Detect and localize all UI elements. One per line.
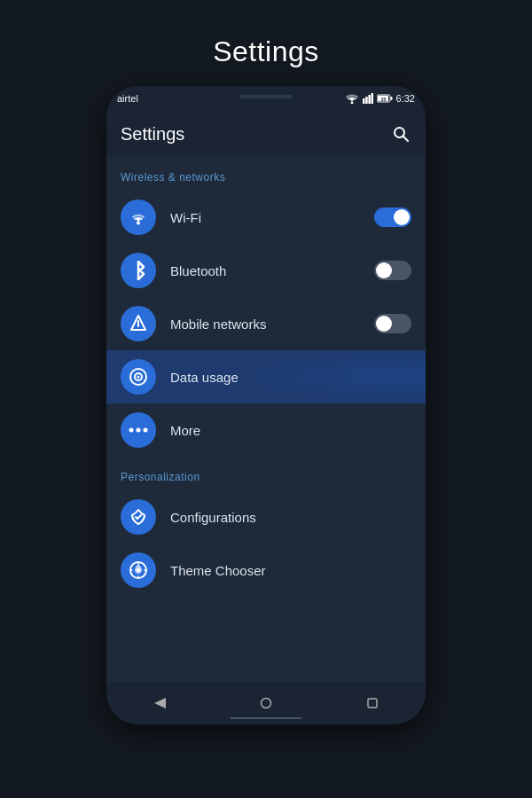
config-icon-wrap [121, 499, 156, 535]
signal-icon [363, 93, 373, 104]
theme-icon-wrap [121, 552, 156, 588]
home-button[interactable] [248, 685, 284, 721]
bluetooth-toggle[interactable] [374, 261, 411, 280]
settings-item-mobile-networks[interactable]: Mobile networks [106, 297, 426, 350]
svg-point-27 [262, 699, 271, 708]
svg-point-21 [137, 568, 140, 572]
svg-rect-2 [365, 97, 368, 104]
app-bar-title: Settings [121, 124, 184, 145]
mobile-networks-toggle-knob [376, 316, 392, 332]
svg-rect-7 [390, 97, 392, 100]
back-button[interactable] [142, 685, 177, 721]
svg-rect-4 [371, 93, 373, 104]
svg-line-10 [403, 137, 409, 142]
section-header-wireless: Wireless & networks [106, 157, 426, 191]
mobile-icon-wrap [121, 306, 156, 341]
more-icon-wrap [121, 412, 156, 448]
status-time: 6:32 [396, 93, 415, 104]
settings-item-theme-chooser[interactable]: Theme Chooser [106, 544, 426, 597]
status-icons: 20 6:32 [345, 93, 415, 104]
wifi-icon-wrap [121, 200, 156, 235]
svg-point-11 [137, 222, 140, 225]
back-icon [153, 697, 166, 709]
svg-point-17 [129, 428, 134, 433]
wifi-label: Wi-Fi [170, 210, 374, 225]
wifi-toggle[interactable] [374, 207, 411, 227]
bluetooth-icon [130, 261, 146, 280]
svg-point-18 [137, 428, 141, 433]
search-button[interactable] [390, 123, 411, 145]
settings-item-configurations[interactable]: Configurations [106, 490, 426, 544]
bluetooth-icon-wrap [121, 253, 156, 288]
wifi-status-icon [345, 93, 359, 104]
data-icon-wrap [121, 359, 156, 395]
configurations-icon [129, 507, 148, 527]
status-bar: airtel 20 6:32 [106, 86, 426, 111]
mobile-networks-label: Mobile networks [170, 317, 374, 332]
home-icon [260, 697, 272, 709]
nav-bar [106, 682, 426, 724]
bluetooth-label: Bluetooth [170, 263, 374, 278]
wifi-toggle-knob [394, 209, 410, 225]
recents-icon [367, 698, 378, 708]
battery-icon: 20 [377, 94, 393, 103]
svg-point-16 [137, 376, 140, 379]
page-title: Settings [213, 35, 319, 68]
svg-text:20: 20 [380, 97, 386, 102]
section-header-personalization: Personalization [106, 457, 426, 490]
settings-content: Wireless & networks Wi-Fi [106, 157, 426, 682]
svg-marker-26 [154, 698, 166, 708]
more-label: More [170, 423, 411, 438]
svg-rect-1 [363, 98, 365, 104]
app-bar: Settings [106, 111, 426, 157]
theme-chooser-icon [129, 560, 148, 580]
svg-point-19 [144, 428, 148, 433]
mobile-networks-toggle[interactable] [374, 314, 411, 333]
bluetooth-toggle-knob [376, 262, 392, 278]
more-icon [129, 426, 148, 434]
configurations-label: Configurations [170, 510, 411, 525]
carrier-label: airtel [117, 93, 138, 104]
recents-button[interactable] [355, 685, 390, 721]
data-usage-label: Data usage [170, 370, 411, 385]
nav-bar-indicator [231, 717, 301, 719]
mobile-networks-icon [129, 314, 148, 333]
svg-rect-28 [368, 699, 377, 708]
svg-point-0 [350, 102, 353, 105]
phone-frame: airtel 20 6:32 [106, 86, 426, 724]
settings-item-bluetooth[interactable]: Bluetooth [106, 244, 426, 297]
settings-item-more[interactable]: More [106, 403, 426, 457]
theme-chooser-label: Theme Chooser [170, 563, 411, 578]
settings-item-data-usage[interactable]: Data usage [106, 350, 426, 403]
search-icon [392, 125, 410, 143]
svg-rect-3 [368, 95, 371, 104]
data-usage-icon [129, 367, 148, 387]
settings-item-wifi[interactable]: Wi-Fi [106, 191, 426, 244]
wifi-icon [129, 209, 148, 225]
